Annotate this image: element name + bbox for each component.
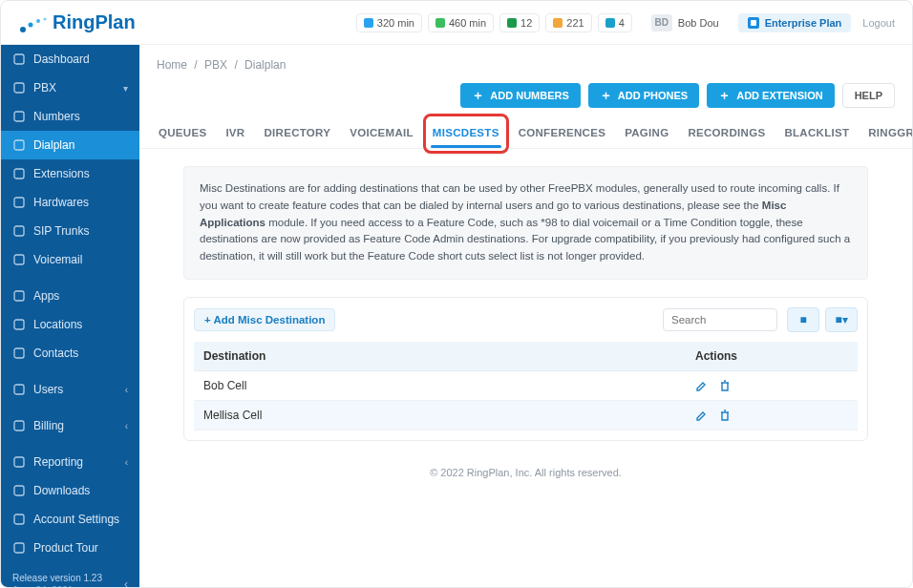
stat-label: 460 min xyxy=(449,17,486,29)
col-actions: Actions xyxy=(686,342,858,371)
stat-label: 221 xyxy=(566,17,584,29)
table-row: Mellisa Cell xyxy=(194,401,858,430)
search-input[interactable] xyxy=(663,308,777,331)
stat-label: 12 xyxy=(520,17,532,29)
sidebar-item-dialplan[interactable]: Dialplan xyxy=(1,131,139,159)
plan-label: Enterprise Plan xyxy=(765,17,842,29)
view-grid-button[interactable]: ■ xyxy=(787,307,819,332)
breadcrumb: Home / PBX / Dialplan xyxy=(139,45,912,72)
view-list-button[interactable]: ■▾ xyxy=(825,307,858,332)
sidebar-item-product-tour[interactable]: Product Tour xyxy=(1,534,139,562)
tabs: QUEUESIVRDIRECTORYVOICEMAILMISCDESTSCONF… xyxy=(139,108,912,149)
sidebar-item-label: Dashboard xyxy=(33,52,90,66)
account-settings-icon xyxy=(12,513,26,526)
info-box: Misc Destinations are for adding destina… xyxy=(183,166,868,280)
reporting-icon xyxy=(12,455,26,469)
tab-recordings[interactable]: RECORDINGS xyxy=(686,121,767,148)
sidebar-item-label: Contacts xyxy=(33,346,78,360)
svg-rect-17 xyxy=(14,457,24,467)
add-phones-button[interactable]: ＋ADD PHONES xyxy=(588,83,699,108)
sidebar: Dashboard PBX ▾ Numbers Dialplan Extensi… xyxy=(1,45,139,587)
help-button[interactable]: HELP xyxy=(842,83,895,108)
stat-icon xyxy=(364,18,373,28)
sip-trunks-icon xyxy=(12,224,26,238)
tab-blacklist[interactable]: BLACKLIST xyxy=(782,121,851,148)
header-stat-2[interactable]: 12 xyxy=(499,13,540,32)
stat-icon xyxy=(507,18,517,28)
tab-voicemail[interactable]: VOICEMAIL xyxy=(348,121,415,148)
tab-queues[interactable]: QUEUES xyxy=(157,121,208,148)
logout-link[interactable]: Logout xyxy=(862,17,895,29)
numbers-icon xyxy=(12,110,26,123)
sidebar-item-label: Locations xyxy=(33,318,82,331)
dest-table: Destination Actions Bob Cell Mellisa Cel… xyxy=(194,342,858,430)
add-numbers-button[interactable]: ＋ADD NUMBERS xyxy=(460,83,581,108)
sidebar-item-label: PBX xyxy=(33,81,56,94)
sidebar-collapse-icon[interactable]: ‹ xyxy=(124,578,128,587)
sidebar-item-voicemail[interactable]: Voicemail xyxy=(1,245,139,274)
header-stat-1[interactable]: 460 min xyxy=(428,13,494,32)
sidebar-item-locations[interactable]: Locations xyxy=(1,310,139,339)
product-tour-icon xyxy=(12,541,26,555)
svg-rect-13 xyxy=(14,320,24,329)
edit-icon[interactable] xyxy=(695,379,709,392)
chevron-icon: ‹ xyxy=(125,385,128,395)
add-misc-dest-button[interactable]: + Add Misc Destination xyxy=(194,308,335,331)
sidebar-item-hardwares[interactable]: Hardwares xyxy=(1,188,139,217)
app-header: RingPlan 320 min460 min122214 BD Bob Dou… xyxy=(1,1,912,45)
sidebar-item-sip-trunks[interactable]: SIP Trunks xyxy=(1,217,139,245)
breadcrumb-pbx[interactable]: PBX xyxy=(204,58,227,72)
grid-icon: ■ xyxy=(799,313,806,326)
svg-rect-4 xyxy=(14,54,24,64)
tab-ivr[interactable]: IVR xyxy=(223,121,246,148)
sidebar-item-downloads[interactable]: Downloads xyxy=(1,476,139,505)
sidebar-item-pbx[interactable]: PBX ▾ xyxy=(1,74,139,102)
plan-chip[interactable]: Enterprise Plan xyxy=(738,13,852,32)
add-extension-button[interactable]: ＋ADD EXTENSION xyxy=(707,83,834,108)
sidebar-item-reporting[interactable]: Reporting ‹ xyxy=(1,448,139,476)
sidebar-item-users[interactable]: Users ‹ xyxy=(1,375,139,404)
tab-ringgroups[interactable]: RINGGROUPS xyxy=(866,121,912,148)
list-icon: ■▾ xyxy=(835,313,847,326)
tab-miscdests[interactable]: MISCDESTS xyxy=(431,121,501,148)
sidebar-item-contacts[interactable]: Contacts xyxy=(1,339,139,368)
stat-label: 320 min xyxy=(377,17,414,29)
user-chip[interactable]: BD Bob Dou xyxy=(642,11,729,34)
header-stat-0[interactable]: 320 min xyxy=(356,13,422,32)
tab-paging[interactable]: PAGING xyxy=(623,121,670,148)
delete-icon[interactable] xyxy=(718,379,732,392)
plan-icon xyxy=(748,17,759,29)
pbx-icon xyxy=(12,81,26,94)
downloads-icon xyxy=(12,484,26,497)
sidebar-item-billing[interactable]: Billing ‹ xyxy=(1,411,139,440)
apps-icon xyxy=(12,289,26,303)
sidebar-item-extensions[interactable]: Extensions xyxy=(1,159,139,188)
user-name: Bob Dou xyxy=(678,17,719,29)
sidebar-item-label: Dialplan xyxy=(33,138,74,152)
sidebar-item-dashboard[interactable]: Dashboard xyxy=(1,45,139,74)
misc-dest-panel: + Add Misc Destination ■ ■▾ xyxy=(183,297,868,441)
header-stats: 320 min460 min122214 xyxy=(350,13,632,32)
tab-directory[interactable]: DIRECTORY xyxy=(262,121,332,148)
svg-rect-16 xyxy=(14,421,24,430)
sidebar-footer: Release version 1.23 June 24, 2021 ‹ xyxy=(1,562,139,587)
stat-icon xyxy=(605,18,615,28)
sidebar-item-label: Users xyxy=(33,383,63,396)
sidebar-item-numbers[interactable]: Numbers xyxy=(1,102,139,131)
sidebar-item-account-settings[interactable]: Account Settings xyxy=(1,505,139,534)
sidebar-item-label: Apps xyxy=(33,289,59,303)
col-destination: Destination xyxy=(194,342,686,371)
sidebar-item-apps[interactable]: Apps xyxy=(1,282,139,310)
breadcrumb-home[interactable]: Home xyxy=(157,58,187,72)
edit-icon[interactable] xyxy=(695,409,709,422)
logo-dots-icon xyxy=(18,16,51,33)
header-stat-3[interactable]: 221 xyxy=(545,13,591,32)
svg-rect-10 xyxy=(14,226,24,236)
delete-icon[interactable] xyxy=(718,409,732,422)
brand-logo[interactable]: RingPlan xyxy=(18,11,136,33)
sidebar-item-label: Hardwares xyxy=(33,196,89,209)
header-stat-4[interactable]: 4 xyxy=(598,13,632,32)
stat-icon xyxy=(435,18,445,28)
page-footer: © 2022 RingPlan, Inc. All rights reserve… xyxy=(139,458,912,487)
tab-conferences[interactable]: CONFERENCES xyxy=(517,121,607,148)
